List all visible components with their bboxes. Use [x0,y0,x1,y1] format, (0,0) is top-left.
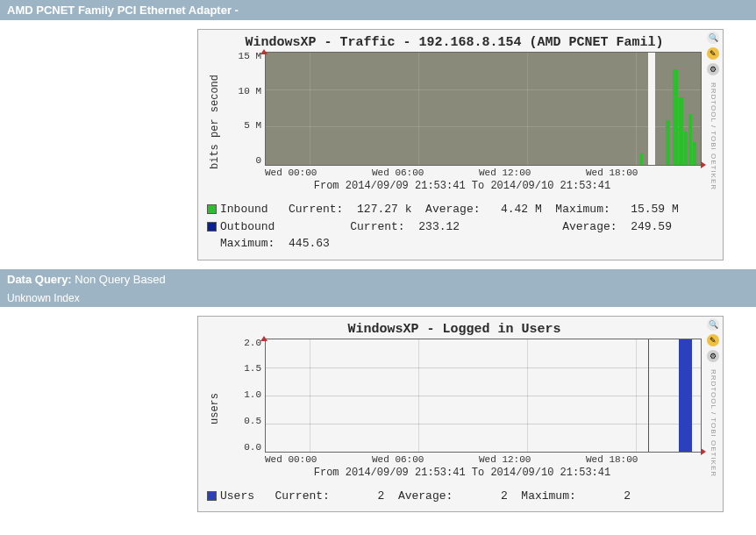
users-swatch-icon [207,491,217,501]
chart-title: WindowsXP - Logged in Users [207,322,702,337]
inbound-spike [688,114,692,165]
users-bar [679,339,692,452]
inbound-spike [640,153,643,165]
outbound-swatch-icon [207,222,217,232]
zoom-icon[interactable]: 🔍 [707,32,719,44]
y-axis-ticks: 2.0 1.5 1.0 0.5 0.0 [223,339,265,453]
traffic-chart-panel: 🔍 ✎ ⚙ RRDTOOL / TOBI OETIKER WindowsXP -… [197,29,724,260]
section-header-data-query: Data Query: Non Query Based [0,269,756,289]
section-header-adapter: AMD PCNET Family PCI Ethernet Adapter - [0,0,756,20]
inbound-spike [684,132,688,165]
export-icon[interactable]: ✎ [707,47,719,60]
plot-area-users[interactable] [265,339,702,453]
chart-tools: 🔍 ✎ ⚙ RRDTOOL / TOBI OETIKER [705,318,721,477]
inbound-spike [673,69,678,165]
users-chart-panel: 🔍 ✎ ⚙ RRDTOOL / TOBI OETIKER WindowsXP -… [197,316,724,513]
y-axis-label: bits per second [207,52,223,192]
section-subheader-unknown-index: Unknown Index [0,289,756,307]
chart-legend: Inbound Current: 127.27 k Average: 4.42 … [207,201,702,253]
time-range-label: From 2014/09/09 21:53:41 To 2014/09/10 2… [223,467,702,479]
data-marker [648,339,649,452]
chart-legend: Users Current: 2 Average: 2 Maximum: 2 [207,488,702,505]
y-axis-label: users [207,339,223,479]
y-arrow-icon [260,336,267,341]
x-axis-ticks: Wed 00:00 Wed 06:00 Wed 12:00 Wed 18:00 [223,453,702,465]
inbound-spike [679,97,683,165]
x-arrow-icon [701,161,706,168]
y-arrow-icon [260,49,267,54]
time-range-label: From 2014/09/09 21:53:41 To 2014/09/10 2… [223,180,702,192]
y-axis-ticks: 15 M 10 M 5 M 0 [223,52,265,166]
inbound-spike [693,142,696,165]
data-gap [648,53,654,165]
rrdtool-watermark: RRDTOOL / TOBI OETIKER [710,369,717,477]
settings-icon[interactable]: ⚙ [707,63,719,75]
inbound-swatch-icon [207,204,217,214]
chart-tools: 🔍 ✎ ⚙ RRDTOOL / TOBI OETIKER [705,32,721,190]
x-axis-ticks: Wed 00:00 Wed 06:00 Wed 12:00 Wed 18:00 [223,166,702,178]
plot-area-traffic[interactable] [265,52,702,166]
settings-icon[interactable]: ⚙ [707,350,719,362]
chart-title: WindowsXP - Traffic - 192.168.8.154 (AMD… [207,35,702,50]
rrdtool-watermark: RRDTOOL / TOBI OETIKER [710,82,717,190]
zoom-icon[interactable]: 🔍 [707,318,719,331]
export-icon[interactable]: ✎ [707,334,719,346]
inbound-spike [666,120,670,165]
x-arrow-icon [701,448,706,455]
